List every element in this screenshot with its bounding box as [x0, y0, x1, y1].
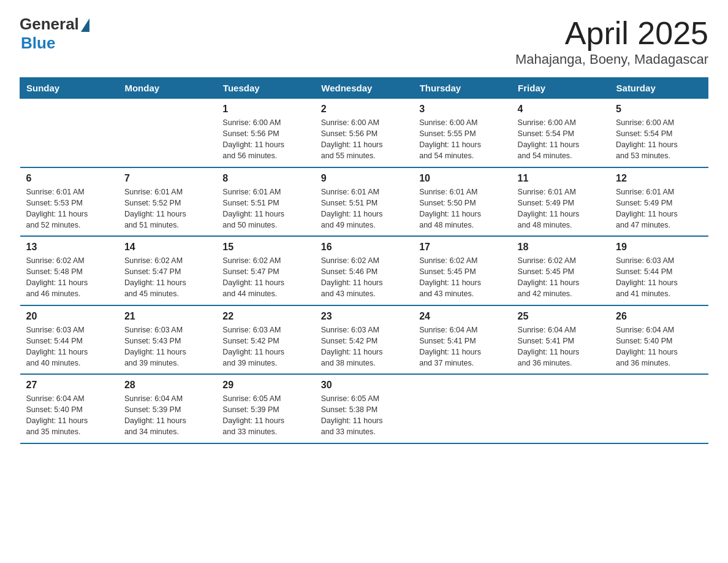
day-info: Sunrise: 6:02 AMSunset: 5:45 PMDaylight:… — [419, 255, 505, 300]
logo-general-text: General — [20, 15, 79, 34]
title-section: April 2025 Mahajanga, Boeny, Madagascar — [515, 15, 708, 67]
calendar-cell: 28Sunrise: 6:04 AMSunset: 5:39 PMDayligh… — [118, 374, 216, 443]
header-saturday: Saturday — [610, 78, 708, 99]
calendar-cell: 3Sunrise: 6:00 AMSunset: 5:55 PMDaylight… — [413, 99, 511, 167]
day-info: Sunrise: 6:00 AMSunset: 5:56 PMDaylight:… — [321, 117, 407, 162]
calendar-cell — [118, 99, 216, 167]
logo-triangle-icon — [81, 18, 89, 32]
header-monday: Monday — [118, 78, 216, 99]
day-info: Sunrise: 6:03 AMSunset: 5:42 PMDaylight:… — [321, 324, 407, 369]
calendar-cell — [20, 99, 118, 167]
day-info: Sunrise: 6:01 AMSunset: 5:50 PMDaylight:… — [419, 186, 505, 231]
calendar-cell: 24Sunrise: 6:04 AMSunset: 5:41 PMDayligh… — [413, 305, 511, 375]
day-number: 21 — [124, 311, 210, 322]
day-info: Sunrise: 6:00 AMSunset: 5:54 PMDaylight:… — [616, 117, 702, 162]
day-number: 26 — [616, 311, 702, 322]
calendar-cell: 29Sunrise: 6:05 AMSunset: 5:39 PMDayligh… — [216, 374, 314, 443]
calendar-cell: 11Sunrise: 6:01 AMSunset: 5:49 PMDayligh… — [512, 167, 610, 237]
day-info: Sunrise: 6:02 AMSunset: 5:45 PMDaylight:… — [518, 255, 604, 300]
day-number: 16 — [321, 242, 407, 253]
day-info: Sunrise: 6:00 AMSunset: 5:56 PMDaylight:… — [222, 117, 308, 162]
day-info: Sunrise: 6:04 AMSunset: 5:39 PMDaylight:… — [124, 393, 210, 438]
calendar-header-row: SundayMondayTuesdayWednesdayThursdayFrid… — [20, 78, 708, 99]
calendar-cell: 23Sunrise: 6:03 AMSunset: 5:42 PMDayligh… — [315, 305, 413, 375]
calendar-cell: 2Sunrise: 6:00 AMSunset: 5:56 PMDaylight… — [315, 99, 413, 167]
calendar-week-2: 6Sunrise: 6:01 AMSunset: 5:53 PMDaylight… — [20, 167, 708, 237]
day-number: 1 — [222, 104, 308, 115]
logo: General Blue — [20, 15, 89, 53]
calendar-cell: 30Sunrise: 6:05 AMSunset: 5:38 PMDayligh… — [315, 374, 413, 443]
calendar-cell: 9Sunrise: 6:01 AMSunset: 5:51 PMDaylight… — [315, 167, 413, 237]
day-number: 5 — [616, 104, 702, 115]
day-info: Sunrise: 6:04 AMSunset: 5:41 PMDaylight:… — [518, 324, 604, 369]
day-number: 23 — [321, 311, 407, 322]
calendar-subtitle: Mahajanga, Boeny, Madagascar — [515, 52, 708, 67]
calendar-cell — [413, 374, 511, 443]
calendar-week-5: 27Sunrise: 6:04 AMSunset: 5:40 PMDayligh… — [20, 374, 708, 443]
day-number: 20 — [26, 311, 112, 322]
calendar-cell: 25Sunrise: 6:04 AMSunset: 5:41 PMDayligh… — [512, 305, 610, 375]
day-number: 24 — [419, 311, 505, 322]
calendar-cell: 17Sunrise: 6:02 AMSunset: 5:45 PMDayligh… — [413, 236, 511, 305]
calendar-cell: 7Sunrise: 6:01 AMSunset: 5:52 PMDaylight… — [118, 167, 216, 237]
day-number: 17 — [419, 242, 505, 253]
calendar-cell: 13Sunrise: 6:02 AMSunset: 5:48 PMDayligh… — [20, 236, 118, 305]
day-number: 25 — [518, 311, 604, 322]
day-number: 19 — [616, 242, 702, 253]
day-info: Sunrise: 6:05 AMSunset: 5:39 PMDaylight:… — [222, 393, 308, 438]
day-number: 15 — [222, 242, 308, 253]
calendar-cell — [610, 374, 708, 443]
day-info: Sunrise: 6:04 AMSunset: 5:40 PMDaylight:… — [616, 324, 702, 369]
calendar-cell: 26Sunrise: 6:04 AMSunset: 5:40 PMDayligh… — [610, 305, 708, 375]
calendar-week-1: 1Sunrise: 6:00 AMSunset: 5:56 PMDaylight… — [20, 99, 708, 167]
day-number: 27 — [26, 380, 112, 391]
day-info: Sunrise: 6:03 AMSunset: 5:42 PMDaylight:… — [222, 324, 308, 369]
calendar-cell: 14Sunrise: 6:02 AMSunset: 5:47 PMDayligh… — [118, 236, 216, 305]
day-info: Sunrise: 6:01 AMSunset: 5:51 PMDaylight:… — [321, 186, 407, 231]
calendar-cell: 8Sunrise: 6:01 AMSunset: 5:51 PMDaylight… — [216, 167, 314, 237]
day-number: 8 — [222, 173, 308, 184]
logo-blue-text: Blue — [21, 34, 55, 53]
day-number: 2 — [321, 104, 407, 115]
day-number: 12 — [616, 173, 702, 184]
calendar-cell: 15Sunrise: 6:02 AMSunset: 5:47 PMDayligh… — [216, 236, 314, 305]
day-info: Sunrise: 6:05 AMSunset: 5:38 PMDaylight:… — [321, 393, 407, 438]
calendar-cell: 22Sunrise: 6:03 AMSunset: 5:42 PMDayligh… — [216, 305, 314, 375]
day-number: 4 — [518, 104, 604, 115]
page-header: General Blue April 2025 Mahajanga, Boeny… — [20, 15, 708, 67]
calendar-cell: 27Sunrise: 6:04 AMSunset: 5:40 PMDayligh… — [20, 374, 118, 443]
day-number: 14 — [124, 242, 210, 253]
calendar-cell: 12Sunrise: 6:01 AMSunset: 5:49 PMDayligh… — [610, 167, 708, 237]
calendar-cell: 20Sunrise: 6:03 AMSunset: 5:44 PMDayligh… — [20, 305, 118, 375]
calendar-title: April 2025 — [515, 15, 708, 52]
day-info: Sunrise: 6:02 AMSunset: 5:46 PMDaylight:… — [321, 255, 407, 300]
day-info: Sunrise: 6:03 AMSunset: 5:44 PMDaylight:… — [616, 255, 702, 300]
day-number: 18 — [518, 242, 604, 253]
day-number: 13 — [26, 242, 112, 253]
calendar-week-4: 20Sunrise: 6:03 AMSunset: 5:44 PMDayligh… — [20, 305, 708, 375]
day-number: 29 — [222, 380, 308, 391]
day-number: 11 — [518, 173, 604, 184]
day-info: Sunrise: 6:01 AMSunset: 5:52 PMDaylight:… — [124, 186, 210, 231]
day-info: Sunrise: 6:01 AMSunset: 5:49 PMDaylight:… — [616, 186, 702, 231]
day-info: Sunrise: 6:03 AMSunset: 5:44 PMDaylight:… — [26, 324, 112, 369]
day-number: 9 — [321, 173, 407, 184]
day-number: 22 — [222, 311, 308, 322]
day-number: 3 — [419, 104, 505, 115]
day-info: Sunrise: 6:00 AMSunset: 5:55 PMDaylight:… — [419, 117, 505, 162]
header-tuesday: Tuesday — [216, 78, 314, 99]
calendar-cell: 19Sunrise: 6:03 AMSunset: 5:44 PMDayligh… — [610, 236, 708, 305]
calendar-cell — [512, 374, 610, 443]
day-info: Sunrise: 6:02 AMSunset: 5:47 PMDaylight:… — [124, 255, 210, 300]
day-number: 7 — [124, 173, 210, 184]
calendar-cell: 4Sunrise: 6:00 AMSunset: 5:54 PMDaylight… — [512, 99, 610, 167]
day-info: Sunrise: 6:04 AMSunset: 5:40 PMDaylight:… — [26, 393, 112, 438]
calendar-cell: 18Sunrise: 6:02 AMSunset: 5:45 PMDayligh… — [512, 236, 610, 305]
calendar-cell: 1Sunrise: 6:00 AMSunset: 5:56 PMDaylight… — [216, 99, 314, 167]
day-number: 10 — [419, 173, 505, 184]
day-info: Sunrise: 6:01 AMSunset: 5:51 PMDaylight:… — [222, 186, 308, 231]
header-sunday: Sunday — [20, 78, 118, 99]
day-info: Sunrise: 6:01 AMSunset: 5:53 PMDaylight:… — [26, 186, 112, 231]
day-info: Sunrise: 6:02 AMSunset: 5:48 PMDaylight:… — [26, 255, 112, 300]
day-info: Sunrise: 6:00 AMSunset: 5:54 PMDaylight:… — [518, 117, 604, 162]
